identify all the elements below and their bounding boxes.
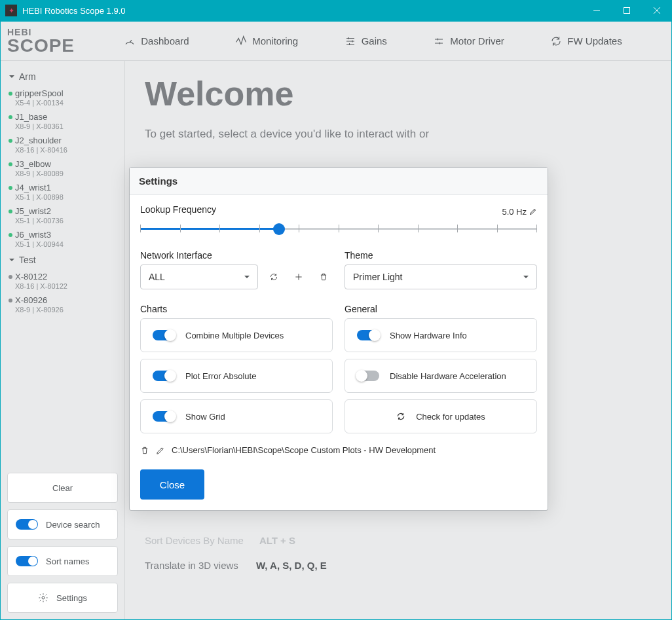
network-delete-button[interactable]: [314, 268, 333, 286]
network-refresh-button[interactable]: [265, 268, 283, 286]
app-icon: ✦: [5, 5, 17, 16]
device-item[interactable]: gripperSpoolX5-4 | X-00134: [1, 86, 124, 109]
gains-icon: [345, 35, 356, 47]
clear-button[interactable]: Clear: [7, 473, 118, 503]
group-header[interactable]: Test: [1, 251, 124, 269]
toggle-label: Plot Error Absolute: [185, 371, 256, 381]
chevron-down-icon: [522, 273, 530, 281]
device-item[interactable]: X-80122X8-16 | X-80122: [1, 269, 124, 293]
toggle-switch[interactable]: [357, 330, 379, 340]
nav-label: Dashboard: [141, 35, 189, 46]
device-item[interactable]: J4_wrist1X5-1 | X-00898: [1, 180, 124, 204]
theme-select[interactable]: Primer Light: [345, 264, 537, 289]
edit-icon[interactable]: [156, 446, 165, 455]
toggle-label: Disable Hardware Acceleration: [390, 371, 506, 381]
settings-modal: Settings Lookup Frequency 5.0 Hz Network…: [129, 167, 548, 511]
settings-label: Settings: [56, 593, 87, 603]
dashboard-icon: [124, 35, 136, 47]
monitoring-icon: [235, 35, 247, 47]
nav-dashboard[interactable]: Dashboard: [124, 35, 189, 47]
welcome-subtitle: To get started, select a device you'd li…: [145, 128, 652, 141]
plots-path: C:\Users\Florian\HEBI\Scope\Scope Custom…: [172, 445, 436, 455]
settings-button[interactable]: Settings: [7, 583, 118, 613]
network-interface-value: ALL: [149, 272, 165, 282]
sidebar: ArmgripperSpoolX5-4 | X-00134J1_baseX8-9…: [1, 61, 125, 619]
brand: HEBI SCOPE: [7, 27, 75, 55]
top-nav: HEBI SCOPE Dashboard Monitoring Gains Mo…: [1, 22, 671, 61]
toggle-label: Show Grid: [185, 412, 225, 422]
welcome-title: Welcome: [145, 74, 652, 113]
slider-thumb[interactable]: [273, 223, 285, 235]
check-updates-label: Check for updates: [416, 412, 485, 422]
window-maximize-button[interactable]: [612, 0, 642, 21]
nav-label: Gains: [362, 35, 387, 46]
network-interface-label: Network Interface: [140, 250, 333, 261]
device-item[interactable]: J2_shoulderX8-16 | X-80416: [1, 133, 124, 156]
charts-section-label: Charts: [140, 304, 333, 314]
settings-modal-header: Settings: [130, 168, 548, 195]
nav-monitoring[interactable]: Monitoring: [235, 35, 298, 47]
sort-names-label: Sort names: [46, 556, 89, 566]
nav-motor-driver[interactable]: Motor Driver: [433, 35, 504, 47]
nav-gains[interactable]: Gains: [345, 35, 387, 47]
window-titlebar: ✦ HEBI Robotics Scope 1.9.0: [0, 0, 672, 21]
toggle-show-hw-info[interactable]: Show Hardware Info: [345, 318, 537, 352]
clear-label: Clear: [52, 483, 73, 493]
toggle-icon: [16, 519, 38, 530]
nav-fw-updates[interactable]: FW Updates: [550, 35, 622, 47]
trash-icon[interactable]: [140, 446, 149, 455]
group-header[interactable]: Arm: [1, 67, 124, 86]
nav-label: Motor Driver: [450, 35, 504, 46]
brand-big: SCOPE: [7, 37, 75, 55]
shortcut-key: ALT + S: [259, 535, 295, 546]
device-item[interactable]: J3_elbowX8-9 | X-80089: [1, 156, 124, 180]
close-button[interactable]: Close: [140, 469, 204, 500]
shortcut-label: Translate in 3D views: [145, 560, 243, 571]
window-close-button[interactable]: [642, 0, 672, 21]
window-title: HEBI Robotics Scope 1.9.0: [22, 6, 126, 16]
device-item[interactable]: J5_wrist2X5-1 | X-00736: [1, 204, 124, 227]
toggle-plot-error[interactable]: Plot Error Absolute: [140, 359, 333, 393]
toggle-switch[interactable]: [153, 411, 175, 422]
sort-names-toggle[interactable]: Sort names: [7, 546, 118, 576]
toggle-disable-hw-accel[interactable]: Disable Hardware Acceleration: [345, 359, 537, 393]
window-minimize-button[interactable]: [582, 0, 612, 21]
toggle-label: Combine Multiple Devices: [185, 331, 284, 340]
gear-icon: [38, 593, 48, 603]
toggle-label: Show Hardware Info: [390, 331, 467, 340]
device-item[interactable]: J1_baseX8-9 | X-80361: [1, 109, 124, 133]
shortcut-label: Sort Devices By Name: [145, 535, 244, 546]
network-add-button[interactable]: [289, 268, 308, 286]
theme-value: Primer Light: [353, 272, 402, 282]
toggle-show-grid[interactable]: Show Grid: [140, 399, 333, 433]
lookup-frequency-value: 5.0 Hz: [502, 207, 527, 217]
check-updates-button[interactable]: Check for updates: [345, 399, 537, 433]
device-item[interactable]: X-80926X8-9 | X-80926: [1, 293, 124, 316]
svg-rect-0: [624, 8, 630, 14]
nav-label: Monitoring: [252, 35, 298, 46]
toggle-combine-devices[interactable]: Combine Multiple Devices: [140, 318, 333, 352]
shortcut-key: W, A, S, D, Q, E: [256, 560, 327, 571]
refresh-icon: [396, 412, 405, 421]
close-label: Close: [160, 479, 185, 490]
network-interface-select[interactable]: ALL: [140, 264, 258, 289]
edit-icon[interactable]: [529, 208, 537, 215]
device-search-toggle[interactable]: Device search: [7, 509, 118, 539]
chevron-down-icon: [243, 273, 251, 281]
refresh-icon: [550, 35, 562, 47]
toggle-switch[interactable]: [153, 330, 175, 340]
lookup-frequency-label: Lookup Frequency: [140, 204, 216, 215]
toggle-switch[interactable]: [357, 371, 379, 381]
device-item[interactable]: J6_wrist3X5-1 | X-00944: [1, 227, 124, 251]
general-section-label: General: [345, 304, 537, 314]
device-search-label: Device search: [46, 520, 100, 530]
lookup-frequency-slider[interactable]: [140, 220, 537, 238]
shortcut-row: Translate in 3D views W, A, S, D, Q, E: [145, 560, 327, 571]
nav-label: FW Updates: [567, 35, 622, 46]
theme-label: Theme: [345, 250, 537, 261]
toggle-switch[interactable]: [153, 371, 175, 381]
shortcut-row-faded: Sort Devices By Name ALT + S: [145, 535, 295, 546]
svg-point-1: [42, 596, 45, 599]
motor-driver-icon: [433, 35, 445, 47]
toggle-icon: [16, 556, 38, 566]
